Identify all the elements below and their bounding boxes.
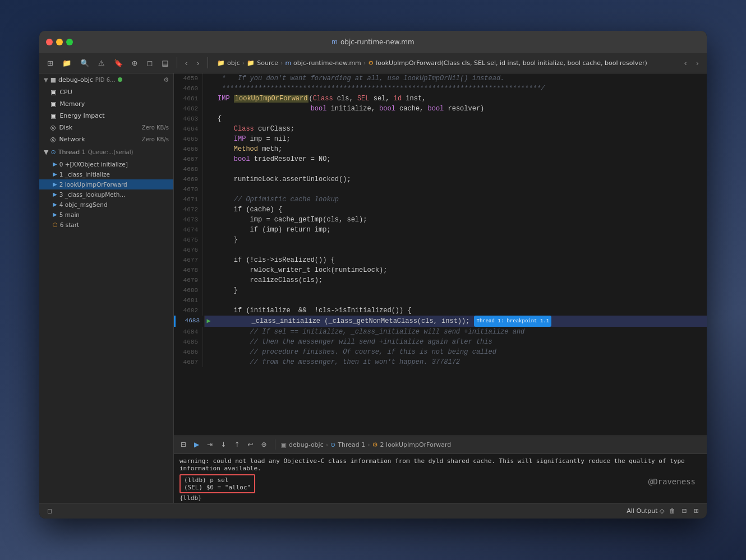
bookmark-icon[interactable]: 🔖 [110, 58, 126, 68]
frame-label-0: 0 +[XXObject initialize] [59, 161, 128, 168]
sidebar-item-network[interactable]: ◎ Network Zero KB/s [39, 133, 173, 145]
nav-back-button[interactable]: ‹ [182, 58, 191, 68]
search-icon[interactable]: 🔍 [77, 58, 93, 68]
settings-icon[interactable]: ⚙ [163, 76, 169, 84]
code-line-4665: 4665 IMP imp = nil; [174, 134, 707, 144]
code-line-4668: 4668 [174, 164, 707, 174]
code-line-4674: 4674 if (imp) return imp; [174, 225, 707, 235]
console-thread-label: Thread 1 [338, 441, 365, 448]
thread-frame-0[interactable]: ▶ 0 +[XXObject initialize] [39, 159, 173, 169]
cpu-label: CPU [59, 89, 72, 96]
thread-frame-4[interactable]: ▶ 4 objc_msgSend [39, 200, 173, 210]
code-line-4684: 4684 // If sel == initialize, _class_ini… [174, 327, 707, 337]
thread-frame-1[interactable]: ▶ 1 _class_initialize [39, 169, 173, 179]
network-icon: ◎ [50, 136, 56, 143]
code-line-4680: 4680 } [174, 285, 707, 295]
frame-icon-5: ▶ [53, 211, 57, 217]
breadcrumb-file[interactable]: objc-runtime-new.mm [293, 59, 361, 67]
step-over-btn[interactable]: ⇥ [205, 439, 215, 450]
debug-process-header[interactable]: ▼ ■ debug-objc PID 6... ⚙ [39, 73, 173, 86]
window-title-text: objc-runtime-new.mm [340, 38, 415, 46]
maximize-button[interactable] [66, 39, 73, 45]
warning-icon[interactable]: ⚠ [95, 58, 108, 68]
console-breadcrumb: ▣ debug-objc › ⊙ Thread 1 › ⚙ 2 lookUpIm… [281, 441, 452, 448]
status-sidebar-btn[interactable]: ◻ [45, 506, 54, 516]
sidebar-item-memory[interactable]: ▣ Memory [39, 98, 173, 110]
collapse-arrow: ▼ [44, 77, 48, 83]
energy-icon: ▣ [50, 112, 56, 119]
sidebar: ▼ ■ debug-objc PID 6... ⚙ ▣ CPU ▣ Memory… [39, 73, 174, 503]
network-value: Zero KB/s [142, 136, 169, 142]
thread-frame-2[interactable]: ▶ 2 lookUpImpOrForward [39, 179, 173, 189]
step-out-btn[interactable]: ↑ [232, 439, 242, 450]
console-thread-icon: ⊙ [330, 441, 335, 448]
thread-collapse-arrow: ▼ [44, 149, 48, 156]
code-line-4662: 4662 bool initialize, bool cache, bool r… [174, 104, 707, 114]
env-icon[interactable]: ◻ [143, 58, 156, 68]
energy-label: Energy Impact [59, 112, 104, 119]
code-line-4687: 4687 // from the messenger, then it won'… [174, 357, 707, 367]
code-line-4685: 4685 // then the messenger will send +in… [174, 337, 707, 347]
lldb-output-text: (SEL) $0 = "alloc" [184, 484, 251, 491]
return-btn[interactable]: ↩ [245, 439, 255, 450]
lldb-command-line: (lldb) p sel (SEL) $0 = "alloc" [179, 474, 701, 493]
expand-btn[interactable]: ⊞ [692, 506, 701, 516]
breadcrumb-source[interactable]: Source [257, 59, 278, 67]
memory-icon: ▣ [50, 100, 56, 108]
console-sep2: › [367, 441, 370, 448]
code-line-4675: 4675 } [174, 235, 707, 245]
divider [177, 57, 177, 68]
debug-goto-btn[interactable]: ⊕ [259, 439, 269, 450]
sidebar-item-energy[interactable]: ▣ Energy Impact [39, 110, 173, 122]
console-sidebar-btn[interactable]: ⊟ [178, 439, 188, 450]
thread-section-header[interactable]: ▼ ⊙ Thread 1 Queue:...(serial) [39, 145, 173, 159]
frame-icon-2: ▶ [53, 181, 57, 187]
code-editor[interactable]: 4659 * If you don't want forwarding at a… [174, 73, 707, 436]
thread-frame-6[interactable]: ○ 6 start [39, 220, 173, 230]
code-line-4681: 4681 [174, 295, 707, 306]
sidebar-item-disk[interactable]: ◎ Disk Zero KB/s [39, 122, 173, 133]
breadcrumb-function[interactable]: lookUpImpOrForward(Class cls, SEL sel, i… [376, 59, 647, 67]
frame-label-5: 5 main [59, 211, 80, 218]
sidebar-item-cpu[interactable]: ▣ CPU [39, 86, 173, 98]
code-line-4664: 4664 Class curClass; [174, 124, 707, 134]
breadcrumb-file-icon: m [285, 59, 291, 67]
console-process-icon: ▣ [281, 441, 287, 448]
close-button[interactable] [46, 39, 53, 45]
console-frame-label: 2 lookUpImpOrForward [380, 441, 452, 448]
nav-forward-button[interactable]: › [194, 58, 203, 68]
breadcrumb-folder-icon: 📁 [217, 59, 225, 67]
code-line-4673: 4673 imp = cache_getImp(cls, sel); [174, 215, 707, 225]
code-line-4679: 4679 realizeClass(cls); [174, 275, 707, 285]
output-selector[interactable]: All Output ◇ [627, 507, 664, 515]
clear-btn[interactable]: 🗑 [667, 506, 678, 516]
frame-icon-6: ○ [53, 221, 58, 228]
network-label: Network [59, 136, 85, 143]
thread-frame-3[interactable]: ▶ 3 _class_lookupMeth... [39, 189, 173, 200]
nav-prev-icon[interactable]: ‹ [681, 58, 690, 68]
breadcrumb-func-icon: ⚙ [368, 59, 374, 67]
step-into-btn[interactable]: ↓ [218, 439, 228, 450]
sidebar-toggle-button[interactable]: ⊞ [44, 58, 57, 68]
console-content: warning: could not load any Objective-C … [174, 454, 707, 503]
split-view-btn[interactable]: ⊟ [680, 506, 689, 516]
frame-label-1: 1 _class_initialize [59, 171, 110, 178]
code-line-4678: 4678 rwlock_writer_t lock(runtimeLock); [174, 265, 707, 275]
grid-icon[interactable]: ▤ [158, 58, 172, 68]
diff-icon[interactable]: ⊕ [128, 58, 141, 68]
code-line-4660: 4660 ***********************************… [174, 84, 707, 94]
minimize-button[interactable] [56, 39, 63, 45]
console-frame-icon: ⚙ [372, 441, 378, 448]
breadcrumb-objc[interactable]: objc [227, 59, 240, 67]
disk-label: Disk [59, 124, 73, 131]
frame-icon-1: ▶ [53, 171, 57, 177]
frame-icon-0: ▶ [53, 161, 57, 167]
frame-label-3: 3 _class_lookupMeth... [59, 191, 126, 198]
process-status-dot [118, 77, 122, 82]
continue-btn[interactable]: ▶ [192, 439, 201, 450]
folder-icon[interactable]: 📁 [59, 58, 75, 68]
nav-next-icon[interactable]: › [693, 58, 702, 68]
window-title: m objc-runtime-new.mm [331, 38, 414, 46]
thread-frame-5[interactable]: ▶ 5 main [39, 210, 173, 220]
watermark: @Draveness [648, 477, 696, 486]
